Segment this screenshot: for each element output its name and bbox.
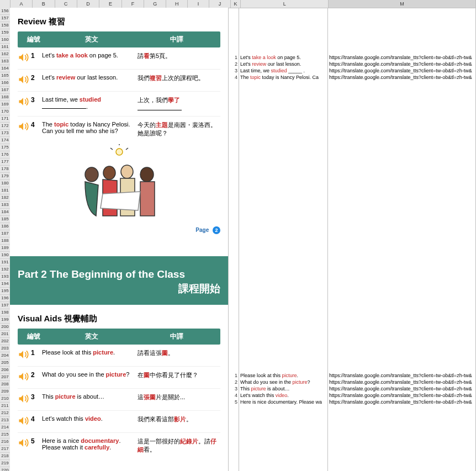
cell[interactable]: 4	[229, 392, 239, 399]
cell[interactable]	[239, 28, 327, 34]
cell[interactable]	[229, 8, 239, 14]
cell[interactable]: What do you see in the picture?	[239, 379, 327, 385]
cell[interactable]	[328, 260, 475, 266]
cell[interactable]	[328, 220, 475, 226]
row-header[interactable]: 192	[0, 266, 10, 273]
column-header-d[interactable]: D	[77, 0, 99, 8]
cell[interactable]	[239, 87, 327, 94]
cell[interactable]	[239, 114, 327, 120]
cell[interactable]	[229, 412, 239, 419]
cell[interactable]	[239, 286, 327, 293]
speaker-icon[interactable]	[18, 437, 29, 448]
cell[interactable]	[229, 352, 239, 359]
row-header[interactable]: 161	[0, 44, 10, 51]
cell[interactable]	[239, 260, 327, 266]
cell[interactable]	[328, 41, 475, 47]
cell[interactable]	[328, 100, 475, 107]
row-header[interactable]: 202	[0, 338, 10, 345]
cell[interactable]	[328, 346, 475, 352]
cell[interactable]	[239, 187, 327, 193]
row-header[interactable]: 187	[0, 230, 10, 237]
row-header[interactable]: 203	[0, 345, 10, 352]
cell[interactable]	[239, 346, 327, 352]
cell[interactable]	[328, 87, 475, 94]
cell[interactable]	[328, 313, 475, 319]
cell[interactable]	[239, 339, 327, 346]
cell[interactable]	[328, 299, 475, 306]
cell[interactable]	[328, 279, 475, 286]
cell[interactable]	[229, 81, 239, 87]
cell[interactable]	[239, 452, 327, 458]
cell[interactable]: https://translate.google.com/translate_t…	[328, 399, 475, 405]
cell[interactable]	[328, 253, 475, 260]
speaker-icon[interactable]	[18, 121, 29, 132]
cell[interactable]	[328, 465, 475, 471]
cell[interactable]	[328, 233, 475, 240]
row-header[interactable]: 181	[0, 187, 10, 194]
column-header-m[interactable]: M	[329, 0, 476, 8]
cell[interactable]: The topic today is Nancy Pelosi. Ca	[239, 74, 327, 81]
cell[interactable]	[239, 458, 327, 465]
cell[interactable]	[229, 432, 239, 438]
cell[interactable]	[239, 246, 327, 253]
cell[interactable]: https://translate.google.com/translate_t…	[328, 67, 475, 74]
column-header-i[interactable]: I	[188, 0, 209, 8]
cell[interactable]	[229, 465, 239, 471]
row-header[interactable]: 218	[0, 453, 10, 460]
cell[interactable]	[229, 213, 239, 220]
speaker-icon[interactable]	[18, 74, 29, 85]
cell[interactable]	[328, 187, 475, 193]
cell[interactable]	[328, 332, 475, 339]
cell[interactable]	[239, 94, 327, 100]
cell[interactable]: Let's watch this video.	[239, 392, 327, 399]
cell[interactable]	[328, 160, 475, 167]
row-header[interactable]: 184	[0, 209, 10, 216]
row-header[interactable]: 212	[0, 410, 10, 417]
columns-a-through-j[interactable]: Review 複習 編號 英文 中譯 1Let's take a look on…	[10, 8, 229, 471]
cell[interactable]: Please look at this picture.	[239, 372, 327, 379]
cell[interactable]	[328, 246, 475, 253]
row-header[interactable]: 219	[0, 460, 10, 467]
cell[interactable]	[328, 140, 475, 147]
cell[interactable]	[229, 405, 239, 412]
cell[interactable]	[328, 34, 475, 41]
row-header[interactable]: 188	[0, 237, 10, 245]
cell[interactable]	[229, 94, 239, 100]
cell[interactable]	[328, 458, 475, 465]
cell[interactable]	[229, 279, 239, 286]
cell[interactable]	[239, 14, 327, 21]
row-header[interactable]: 210	[0, 395, 10, 403]
cell[interactable]	[328, 273, 475, 279]
row-header[interactable]: 207	[0, 374, 10, 381]
cell[interactable]: Let's review our last lesson.	[239, 61, 327, 67]
cell[interactable]	[328, 180, 475, 187]
row-header[interactable]: 183	[0, 202, 10, 209]
cell[interactable]	[239, 240, 327, 246]
cell[interactable]	[239, 134, 327, 140]
cell[interactable]	[328, 47, 475, 54]
cell[interactable]	[229, 445, 239, 452]
cell[interactable]	[328, 193, 475, 200]
row-header[interactable]: 171	[0, 115, 10, 123]
cell[interactable]	[229, 154, 239, 160]
cell[interactable]	[229, 193, 239, 200]
cell[interactable]	[328, 293, 475, 299]
column-header-e[interactable]: E	[99, 0, 121, 8]
cell[interactable]: https://translate.google.com/translate_t…	[328, 379, 475, 385]
cell[interactable]	[328, 21, 475, 28]
row-header[interactable]: 175	[0, 144, 10, 151]
cell[interactable]	[239, 200, 327, 207]
cell[interactable]	[229, 438, 239, 445]
cell[interactable]	[239, 41, 327, 47]
row-header[interactable]: 163	[0, 58, 10, 65]
cell[interactable]	[239, 253, 327, 260]
cell[interactable]	[239, 299, 327, 306]
cell[interactable]: 2	[229, 379, 239, 385]
row-header[interactable]: 209	[0, 388, 10, 395]
cell[interactable]	[229, 160, 239, 167]
cell[interactable]	[239, 266, 327, 273]
cell[interactable]	[229, 306, 239, 313]
row-header[interactable]: 201	[0, 331, 10, 338]
row-header[interactable]: 168	[0, 94, 10, 101]
cell[interactable]	[229, 180, 239, 187]
